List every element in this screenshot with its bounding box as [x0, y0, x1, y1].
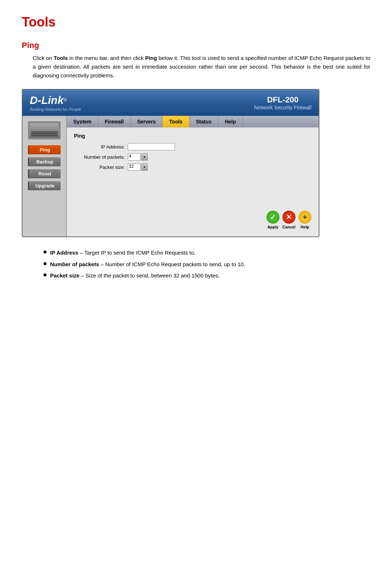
device-body: Ping Backup Reset Upgrade System Firewal…	[23, 116, 319, 236]
bullet-dot	[44, 262, 46, 265]
bullet-dot	[44, 251, 46, 253]
dlink-tagline: Building Networks for People	[30, 107, 81, 111]
page-title: Tools	[22, 15, 370, 30]
packets-dropdown-arrow[interactable]: ▼	[141, 153, 148, 161]
sidebar-ping-button[interactable]: Ping	[28, 145, 61, 154]
bullet-text-1: IP Address – Target IP to send the ICMP …	[50, 248, 195, 257]
bullet-dot	[44, 273, 46, 276]
ip-address-input[interactable]	[128, 143, 175, 150]
cancel-label: Cancel	[282, 225, 295, 229]
device-sidebar: Ping Backup Reset Upgrade	[23, 116, 66, 236]
nav-bar: System Firewall Servers Tools Status Hel…	[67, 116, 319, 127]
device-ui-box: D -Link ® Building Networks for People D…	[22, 89, 319, 237]
ip-label: IP Address:	[74, 144, 125, 150]
apply-button[interactable]: ✓	[266, 211, 279, 224]
nav-system[interactable]: System	[67, 116, 98, 127]
apply-group: ✓ Apply	[266, 211, 279, 229]
packetsize-dropdown-arrow[interactable]: ▼	[141, 163, 148, 171]
ip-address-row: IP Address:	[74, 143, 311, 150]
logo-dash-link: -Link	[38, 94, 64, 106]
nav-help[interactable]: Help	[218, 116, 242, 127]
apply-label: Apply	[268, 225, 279, 229]
logo-d: D	[30, 94, 38, 106]
nav-status[interactable]: Status	[189, 116, 219, 127]
packets-label: Number of packets:	[74, 154, 125, 160]
nav-firewall[interactable]: Firewall	[98, 116, 131, 127]
bullet-text-3: Packet size – Size of the packet to send…	[50, 271, 220, 280]
packets-value: 4	[128, 153, 140, 161]
help-button[interactable]: +	[298, 211, 311, 224]
content-area: Ping IP Address: Number of packets: 4 ▼	[67, 127, 319, 236]
packetsize-select-container: 32 ▼	[128, 163, 148, 171]
action-buttons: ✓ Apply ✕ Cancel + Help	[266, 211, 311, 229]
device-content: System Firewall Servers Tools Status Hel…	[66, 116, 319, 236]
device-header: D -Link ® Building Networks for People D…	[23, 90, 319, 116]
help-label: Help	[301, 225, 309, 229]
packetsize-row: Packet size: 32 ▼	[74, 163, 311, 171]
sidebar-backup-button[interactable]: Backup	[28, 157, 61, 166]
nav-tools[interactable]: Tools	[163, 116, 189, 127]
sidebar-upgrade-button[interactable]: Upgrade	[28, 181, 61, 190]
list-item: Number of packets – Number of ICMP Echo …	[44, 260, 370, 269]
intro-text: Click on Tools in the menu bar, and then…	[33, 54, 370, 80]
cancel-button[interactable]: ✕	[282, 211, 295, 224]
packetsize-value: 32	[128, 163, 140, 171]
logo-registered: ®	[64, 98, 67, 103]
bullet-text-2: Number of packets – Number of ICMP Echo …	[50, 260, 245, 269]
help-group: + Help	[298, 211, 311, 229]
sidebar-reset-button[interactable]: Reset	[28, 169, 61, 178]
packetsize-label: Packet size:	[74, 165, 125, 170]
model-subtitle: Network Security Firewall	[254, 105, 311, 110]
section-title: Ping	[22, 41, 370, 50]
nav-servers[interactable]: Servers	[131, 116, 163, 127]
model-name: DFL-200	[254, 95, 311, 105]
device-model: DFL-200 Network Security Firewall	[254, 95, 311, 110]
packets-row: Number of packets: 4 ▼	[74, 153, 311, 161]
packets-select-container: 4 ▼	[128, 153, 148, 161]
cancel-group: ✕ Cancel	[282, 211, 295, 229]
bullet-list: IP Address – Target IP to send the ICMP …	[44, 248, 370, 280]
content-title: Ping	[74, 133, 311, 139]
list-item: IP Address – Target IP to send the ICMP …	[44, 248, 370, 257]
list-item: Packet size – Size of the packet to send…	[44, 271, 370, 280]
dlink-logo: D -Link ® Building Networks for People	[30, 94, 81, 111]
device-image	[28, 121, 61, 139]
